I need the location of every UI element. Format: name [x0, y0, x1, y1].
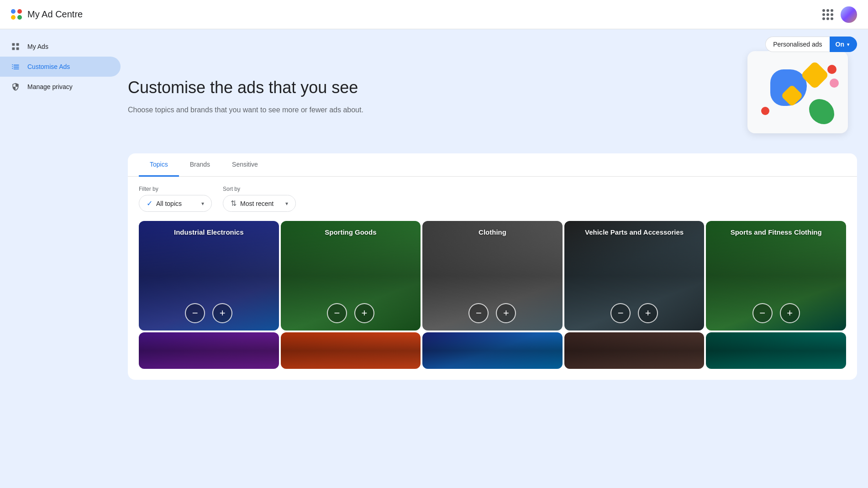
card-title-industrial-electronics: Industrial Electronics: [139, 228, 279, 236]
card-minus-button-industrial-electronics[interactable]: −: [185, 303, 205, 323]
toggle-on-button[interactable]: On ▾: [830, 37, 857, 52]
user-avatar[interactable]: [841, 6, 857, 23]
topic-card-sports-fitness[interactable]: Sports and Fitness Clothing − +: [706, 221, 846, 331]
tab-sensitive[interactable]: Sensitive: [221, 153, 269, 177]
chevron-down-icon: ▾: [201, 200, 204, 207]
hero-illustration: [738, 51, 857, 142]
sliders-icon: [11, 62, 20, 71]
card-overlay: [139, 332, 279, 369]
sort-select[interactable]: ⇅ Most recent ▾: [223, 195, 296, 212]
card-overlay: [706, 332, 846, 369]
card-actions-clothing: − +: [422, 303, 563, 323]
sort-chevron-icon: ▾: [285, 200, 288, 207]
page-body: My Ads Customise Ads Manage privacy Cust…: [0, 29, 868, 488]
personalised-ads-toggle: Personalised ads On ▾: [765, 37, 857, 52]
card-title-clothing: Clothing: [422, 228, 563, 236]
svg-rect-2: [12, 47, 15, 50]
sort-value: Most recent: [240, 200, 274, 207]
card-overlay: [281, 332, 421, 369]
header-left: My Ad Centre: [11, 9, 83, 20]
logo-dot-blue: [11, 9, 16, 14]
card-plus-button-clothing[interactable]: +: [496, 303, 516, 323]
card-title-sports-fitness: Sports and Fitness Clothing: [706, 228, 846, 236]
cards-grid: Industrial Electronics − + Sporting Good…: [128, 221, 857, 380]
tab-topics[interactable]: Topics: [139, 153, 179, 177]
apps-icon[interactable]: [822, 9, 833, 20]
topic-card-row2-5[interactable]: [706, 332, 846, 369]
shape-red2: [761, 107, 769, 115]
toggle-arrow-icon: ▾: [847, 42, 849, 47]
sidebar-item-my-ads[interactable]: My Ads: [0, 37, 121, 57]
card-title-sporting-goods: Sporting Goods: [281, 228, 421, 236]
sort-group: Sort by ⇅ Most recent ▾: [223, 186, 296, 212]
header-right: [822, 6, 857, 23]
check-icon: ✓: [147, 199, 153, 208]
card-plus-button-sports-fitness[interactable]: +: [780, 303, 800, 323]
card-actions-vehicle-parts: − +: [564, 303, 705, 323]
topic-card-row2-1[interactable]: [139, 332, 279, 369]
card-plus-button-sporting-goods[interactable]: +: [354, 303, 374, 323]
google-logo: [11, 9, 22, 20]
tabs: Topics Brands Sensitive: [128, 153, 857, 177]
svg-rect-0: [12, 43, 15, 46]
app-title: My Ad Centre: [27, 9, 83, 20]
filter-by-label: Filter by: [139, 186, 212, 192]
topic-card-row2-4[interactable]: [564, 332, 705, 369]
tab-brands[interactable]: Brands: [179, 153, 221, 177]
personalised-label: Personalised ads: [765, 37, 829, 52]
main-content: Customise the ads that you see Choose to…: [128, 29, 868, 488]
logo-dot-green: [17, 15, 22, 20]
topic-card-industrial-electronics[interactable]: Industrial Electronics − +: [139, 221, 279, 331]
sidebar-item-customise-ads-label: Customise Ads: [27, 63, 70, 70]
card-title-vehicle-parts: Vehicle Parts and Accessories: [564, 228, 705, 236]
sidebar-item-customise-ads[interactable]: Customise Ads: [0, 57, 121, 77]
card-overlay: [564, 332, 705, 369]
hero-title: Customise the ads that you see: [128, 78, 363, 97]
sort-by-label: Sort by: [223, 186, 296, 192]
card-minus-button-vehicle-parts[interactable]: −: [610, 303, 631, 323]
card-actions-industrial-electronics: − +: [139, 303, 279, 323]
content-card: Topics Brands Sensitive Filter by ✓ All …: [128, 153, 857, 380]
topic-card-clothing[interactable]: Clothing − +: [422, 221, 563, 331]
filter-value: All topics: [156, 200, 182, 207]
svg-rect-3: [16, 47, 19, 50]
sidebar-item-my-ads-label: My Ads: [27, 43, 48, 50]
sidebar-item-manage-privacy-label: Manage privacy: [27, 83, 73, 90]
shape-green: [809, 99, 834, 124]
card-actions-sports-fitness: − +: [706, 303, 846, 323]
topic-card-row2-2[interactable]: [281, 332, 421, 369]
filter-bar: Filter by ✓ All topics ▾ Sort by ⇅ Most …: [128, 177, 857, 221]
filter-select[interactable]: ✓ All topics ▾: [139, 195, 212, 212]
hero-section: Customise the ads that you see Choose to…: [128, 40, 857, 153]
svg-rect-1: [16, 43, 19, 46]
card-overlay: [422, 332, 563, 369]
topic-card-vehicle-parts[interactable]: Vehicle Parts and Accessories − +: [564, 221, 705, 331]
topic-card-sporting-goods[interactable]: Sporting Goods − +: [281, 221, 421, 331]
hero-text: Customise the ads that you see Choose to…: [128, 78, 363, 115]
card-minus-button-clothing[interactable]: −: [468, 303, 489, 323]
grid-icon: [11, 42, 20, 51]
logo-dot-red: [17, 9, 22, 14]
card-minus-button-sports-fitness[interactable]: −: [752, 303, 773, 323]
sidebar: My Ads Customise Ads Manage privacy: [0, 29, 128, 488]
shape-red1: [827, 65, 836, 74]
card-plus-button-industrial-electronics[interactable]: +: [212, 303, 232, 323]
sidebar-item-manage-privacy[interactable]: Manage privacy: [0, 77, 121, 97]
header: My Ad Centre: [0, 0, 868, 29]
card-minus-button-sporting-goods[interactable]: −: [327, 303, 347, 323]
hero-description: Choose topics and brands that you want t…: [128, 105, 363, 115]
toggle-value: On: [836, 41, 844, 48]
logo-dot-yellow: [11, 15, 16, 20]
card-plus-button-vehicle-parts[interactable]: +: [638, 303, 658, 323]
illustration-box: [747, 51, 848, 133]
shield-icon: [11, 82, 20, 91]
card-actions-sporting-goods: − +: [281, 303, 421, 323]
shape-pink: [830, 79, 839, 88]
sort-icon: ⇅: [231, 199, 237, 208]
filter-group: Filter by ✓ All topics ▾: [139, 186, 212, 212]
topic-card-row2-3[interactable]: [422, 332, 563, 369]
